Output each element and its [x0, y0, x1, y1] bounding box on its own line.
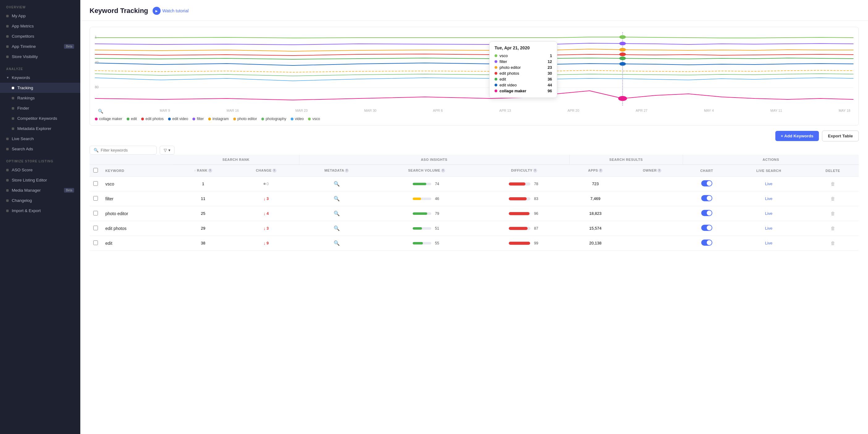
legend-filter[interactable]: filter	[192, 117, 204, 121]
sidebar-item-tracking[interactable]: Tracking	[0, 83, 80, 93]
sidebar-item-import-export[interactable]: Import & Export	[0, 206, 80, 216]
delete-icon[interactable]: 🗑	[831, 240, 835, 246]
row-select-checkbox[interactable]	[93, 211, 98, 215]
chart-toggle-cell[interactable]	[683, 221, 731, 236]
chart-toggle[interactable]	[701, 180, 712, 187]
metadata-cell[interactable]: 🔍	[299, 191, 374, 206]
row-checkbox-4[interactable]	[90, 236, 102, 251]
live-search-cell[interactable]: Live	[731, 221, 807, 236]
delete-cell[interactable]: 🗑	[807, 236, 859, 251]
live-search-cell[interactable]: Live	[731, 191, 807, 206]
apps-info-icon[interactable]: ?	[599, 169, 603, 172]
sidebar-item-finder[interactable]: Finder	[0, 103, 80, 113]
zoom-icon[interactable]: 🔍	[98, 109, 103, 113]
live-search-cell[interactable]: Live	[731, 176, 807, 191]
legend-edit-photos[interactable]: edit photos	[141, 117, 164, 121]
sidebar-item-store-listing-editor[interactable]: Store Listing Editor	[0, 175, 80, 185]
row-checkbox-2[interactable]	[90, 206, 102, 221]
metadata-cell[interactable]: 🔍	[299, 236, 374, 251]
owner-info-icon[interactable]: ?	[657, 169, 661, 172]
legend-vsco[interactable]: vsco	[308, 117, 320, 121]
sidebar-item-keywords[interactable]: ▼ Keywords	[0, 72, 80, 83]
row-select-checkbox[interactable]	[93, 226, 98, 230]
metadata-info-icon[interactable]: ?	[345, 169, 349, 172]
delete-icon[interactable]: 🗑	[831, 181, 835, 187]
filter-keywords-input[interactable]	[101, 148, 153, 153]
change-info-icon[interactable]: ?	[273, 169, 276, 172]
row-select-checkbox[interactable]	[93, 181, 98, 186]
filter-button[interactable]: ▽ ▾	[160, 146, 175, 155]
sidebar-item-rankings[interactable]: Rankings	[0, 93, 80, 103]
row-select-checkbox[interactable]	[93, 196, 98, 201]
legend-photo-editor[interactable]: photo editor	[233, 117, 257, 121]
analyze-section-label: ANALYZE	[0, 62, 80, 72]
chart-toggle-cell[interactable]	[683, 191, 731, 206]
chart-toggle[interactable]	[701, 195, 712, 201]
chart-toggle-cell[interactable]	[683, 206, 731, 221]
metadata-search-icon[interactable]: 🔍	[334, 196, 340, 201]
live-search-link[interactable]: Live	[765, 241, 773, 245]
delete-cell[interactable]: 🗑	[807, 191, 859, 206]
owner-cell	[621, 221, 683, 236]
legend-video[interactable]: video	[291, 117, 304, 121]
sidebar-item-search-ads[interactable]: Search Ads	[0, 144, 80, 154]
sidebar-item-apptimeline[interactable]: App Timeline Beta	[0, 41, 80, 52]
sidebar-item-changelog[interactable]: Changelog	[0, 195, 80, 206]
tooltip-dot-collage-maker	[495, 90, 497, 92]
volume-cell: 46	[374, 191, 479, 206]
sidebar-item-live-search[interactable]: Live Search	[0, 134, 80, 144]
rank-info-icon[interactable]: ?	[208, 169, 212, 172]
th-select-all[interactable]	[90, 165, 102, 176]
difficulty-bar-wrap: 83	[483, 197, 566, 201]
difficulty-info-icon[interactable]: ?	[533, 169, 537, 172]
sidebar-item-myapp[interactable]: My App	[0, 11, 80, 21]
export-table-button[interactable]: Export Table	[822, 131, 859, 141]
live-search-link[interactable]: Live	[765, 211, 773, 216]
volume-info-icon[interactable]: ?	[441, 169, 445, 172]
delete-icon[interactable]: 🗑	[831, 226, 835, 231]
live-search-link[interactable]: Live	[765, 226, 773, 231]
delete-icon[interactable]: 🗑	[831, 196, 835, 201]
select-all-checkbox[interactable]	[93, 168, 98, 172]
optimize-section-label: OPTIMIZE STORE LISTING	[0, 154, 80, 165]
metadata-search-icon[interactable]: 🔍	[334, 240, 340, 246]
metadata-cell[interactable]: 🔍	[299, 206, 374, 221]
live-search-cell[interactable]: Live	[731, 206, 807, 221]
add-keywords-button[interactable]: + Add Keywords	[775, 131, 819, 141]
sidebar-item-aso-score[interactable]: ASO Score	[0, 165, 80, 175]
sidebar-item-media-manager[interactable]: Media Manager Beta	[0, 185, 80, 195]
legend-edit-video[interactable]: edit video	[168, 117, 188, 121]
watch-tutorial-link[interactable]: ▶ Watch tutorial	[153, 7, 189, 15]
legend-instagram[interactable]: instagram	[208, 117, 229, 121]
metadata-search-icon[interactable]: 🔍	[334, 226, 340, 231]
legend-collage-maker[interactable]: collage maker	[95, 117, 122, 121]
live-search-link[interactable]: Live	[765, 181, 773, 186]
sidebar-item-appmetrics[interactable]: App Metrics	[0, 21, 80, 31]
row-select-checkbox[interactable]	[93, 240, 98, 245]
metadata-search-icon[interactable]: 🔍	[334, 211, 340, 216]
delete-icon[interactable]: 🗑	[831, 211, 835, 216]
sidebar-item-competitor-keywords[interactable]: Competitor Keywords	[0, 113, 80, 124]
chart-toggle[interactable]	[701, 239, 712, 246]
legend-edit[interactable]: edit	[127, 117, 137, 121]
chart-toggle-cell[interactable]	[683, 236, 731, 251]
live-search-cell[interactable]: Live	[731, 236, 807, 251]
metadata-search-icon[interactable]: 🔍	[334, 181, 340, 187]
row-checkbox-3[interactable]	[90, 221, 102, 236]
chart-toggle-cell[interactable]	[683, 176, 731, 191]
tooltip-row-edit-video: edit video 44	[495, 82, 552, 88]
delete-cell[interactable]: 🗑	[807, 206, 859, 221]
legend-photography[interactable]: photography	[261, 117, 286, 121]
metadata-cell[interactable]: 🔍	[299, 176, 374, 191]
delete-cell[interactable]: 🗑	[807, 176, 859, 191]
sidebar-item-competitors[interactable]: Competitors	[0, 31, 80, 41]
chart-toggle[interactable]	[701, 225, 712, 231]
row-checkbox-1[interactable]	[90, 191, 102, 206]
sidebar-item-storevisibility[interactable]: Store Visibility	[0, 52, 80, 62]
sidebar-item-metadata-explorer[interactable]: Metadata Explorer	[0, 124, 80, 134]
delete-cell[interactable]: 🗑	[807, 221, 859, 236]
chart-toggle[interactable]	[701, 210, 712, 216]
metadata-cell[interactable]: 🔍	[299, 221, 374, 236]
row-checkbox-0[interactable]	[90, 176, 102, 191]
live-search-link[interactable]: Live	[765, 196, 773, 201]
